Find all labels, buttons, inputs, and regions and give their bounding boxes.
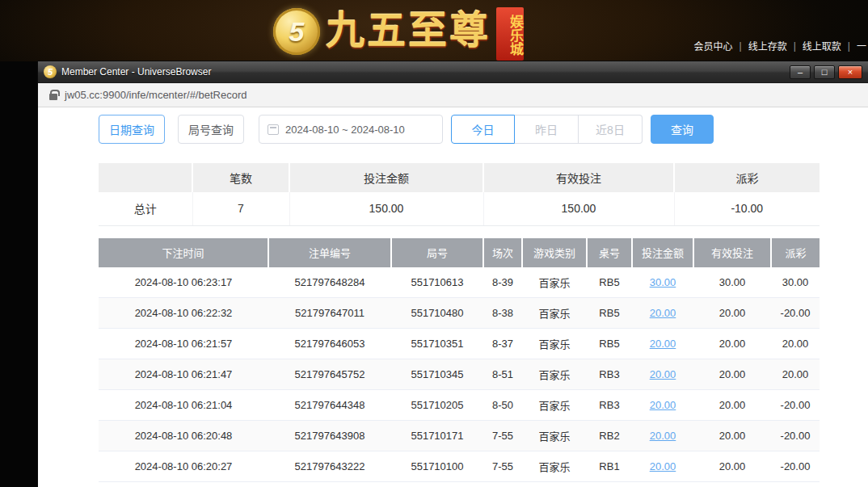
bet-row: 2024-08-10 06:21:04 521797644348 5517102…: [99, 390, 820, 421]
table-code: RB2: [587, 421, 632, 451]
nav-member-center[interactable]: 会员中心: [694, 39, 733, 52]
session: 8-38: [483, 298, 522, 329]
valid-bet: 20.00: [693, 451, 771, 482]
bet-amount-link[interactable]: 20.00: [650, 430, 676, 442]
bet-row: 2024-08-10 06:21:57 521797646053 5517103…: [99, 329, 820, 359]
last8days-button[interactable]: 近8日: [579, 115, 643, 144]
summary-count: 7: [192, 192, 289, 225]
game-type: 百家乐: [522, 359, 587, 390]
window-title: Member Center - UniverseBrowser: [61, 66, 211, 78]
game-type: 百家乐: [522, 390, 587, 421]
session: 7-55: [483, 451, 522, 482]
lock-icon: [49, 94, 57, 100]
bet-id: 521797643908: [268, 421, 391, 451]
site-title: 九五至尊: [326, 4, 491, 57]
date-range-input[interactable]: 2024-08-10 ~ 2024-08-10: [259, 115, 443, 144]
valid-bet: 20.00: [693, 329, 771, 359]
bet-id: 521797643222: [268, 451, 391, 482]
payout: -20.00: [771, 298, 820, 329]
bet-id: 521797646053: [268, 329, 391, 359]
filter-bar: 日期查询 局号查询 2024-08-10 ~ 2024-08-10 今日 昨日 …: [99, 115, 820, 144]
summary-header-payout: 派彩: [674, 163, 820, 192]
header-round: 局号: [391, 238, 483, 267]
valid-bet: 20.00: [693, 390, 771, 421]
bet-id: 521797645752: [268, 359, 391, 390]
coin-logo-icon: 5: [273, 8, 320, 55]
nav-deposit[interactable]: 线上存款: [748, 39, 787, 52]
summary-payout: -10.00: [674, 192, 820, 225]
bet-amount-link[interactable]: 30.00: [650, 276, 676, 288]
site-logo: 5 九五至尊 娱乐城: [273, 4, 524, 61]
header-table: 桌号: [587, 238, 632, 267]
valid-bet: 30.00: [693, 267, 771, 298]
top-nav: 会员中心 | 线上存款 | 线上取款 | 一: [694, 39, 868, 52]
date-query-button[interactable]: 日期查询: [99, 115, 165, 144]
round-number: 551710345: [391, 359, 483, 390]
window-controls: – □ ×: [790, 65, 862, 79]
window-titlebar[interactable]: 5 Member Center - UniverseBrowser – □ ×: [38, 61, 868, 83]
yesterday-button[interactable]: 昨日: [515, 115, 579, 144]
bet-amount-link[interactable]: 20.00: [650, 460, 676, 472]
valid-bet: 20.00: [693, 421, 771, 451]
game-type: 百家乐: [522, 267, 587, 298]
nav-overflow[interactable]: 一: [857, 39, 866, 52]
round-query-button[interactable]: 局号查询: [178, 115, 244, 144]
header-bet-time: 下注时间: [99, 238, 268, 267]
round-number: 551710613: [391, 267, 483, 298]
header-bet-amount: 投注金额: [632, 238, 693, 267]
bet-time: 2024-08-10 06:20:48: [99, 421, 268, 451]
round-number: 551710100: [391, 451, 483, 482]
bet-header-row: 下注时间 注单编号 局号 场次 游戏类别 桌号 投注金额 有效投注 派彩: [99, 238, 820, 267]
close-button[interactable]: ×: [838, 65, 862, 79]
site-badge: 娱乐城: [496, 7, 524, 61]
bet-time: 2024-08-10 06:20:27: [99, 451, 268, 482]
address-bar[interactable]: jw05.cc:9900/infe/mcenter/#/betRecord: [38, 83, 868, 107]
header-valid-bet: 有效投注: [693, 238, 771, 267]
minimize-button[interactable]: –: [790, 65, 811, 79]
bet-id: 521797648284: [268, 267, 391, 298]
search-button[interactable]: 查询: [651, 115, 714, 144]
session: 8-37: [483, 329, 522, 359]
bet-time: 2024-08-10 06:22:32: [99, 298, 268, 329]
today-button[interactable]: 今日: [451, 115, 515, 144]
bet-amount-link[interactable]: 20.00: [650, 399, 676, 411]
bet-row: 2024-08-10 06:21:47 521797645752 5517103…: [99, 359, 820, 390]
window-icon: 5: [44, 65, 57, 78]
payout: -20.00: [771, 451, 820, 482]
round-number: 551710351: [391, 329, 483, 359]
summary-header-empty: [99, 163, 192, 192]
payout: 20.00: [771, 359, 820, 390]
summary-bet-amount: 150.00: [289, 192, 483, 225]
session: 8-50: [483, 390, 522, 421]
bet-time: 2024-08-10 06:21:57: [99, 329, 268, 359]
bet-row: 2024-08-10 06:20:27 521797643222 5517101…: [99, 451, 820, 482]
maximize-button[interactable]: □: [814, 65, 835, 79]
summary-table: 笔数 投注金额 有效投注 派彩 总计 7 150.00 150.00 -10.0…: [99, 163, 820, 226]
table-code: RB5: [587, 298, 632, 329]
header-session: 场次: [483, 238, 522, 267]
payout: -20.00: [771, 390, 820, 421]
round-number: 551710171: [391, 421, 483, 451]
bet-amount-link[interactable]: 20.00: [650, 338, 676, 350]
summary-header-count: 笔数: [192, 163, 289, 192]
bet-row: 2024-08-10 06:22:32 521797647011 5517104…: [99, 298, 820, 329]
payout: 20.00: [771, 329, 820, 359]
url-text: jw05.cc:9900/infe/mcenter/#/betRecord: [65, 89, 246, 101]
nav-withdraw[interactable]: 线上取款: [803, 39, 841, 52]
table-code: RB5: [587, 329, 632, 359]
bet-amount-link[interactable]: 20.00: [650, 368, 676, 380]
coin-number: 5: [289, 16, 305, 48]
bet-time: 2024-08-10 06:23:17: [99, 267, 268, 298]
header-bet-id: 注单编号: [268, 238, 391, 267]
round-number: 551710480: [391, 298, 483, 329]
session: 8-39: [483, 267, 522, 298]
site-header: 5 九五至尊 娱乐城 会员中心 | 线上存款 | 线上取款 | 一: [0, 0, 868, 61]
summary-header-row: 笔数 投注金额 有效投注 派彩: [99, 163, 820, 192]
valid-bet: 20.00: [693, 298, 771, 329]
bet-row: 2024-08-10 06:20:48 521797643908 5517101…: [99, 421, 820, 451]
table-code: RB5: [587, 267, 632, 298]
valid-bet: 20.00: [693, 359, 771, 390]
payout: -20.00: [771, 421, 820, 451]
page-content: 日期查询 局号查询 2024-08-10 ~ 2024-08-10 今日 昨日 …: [38, 108, 868, 487]
bet-amount-link[interactable]: 20.00: [650, 307, 676, 319]
